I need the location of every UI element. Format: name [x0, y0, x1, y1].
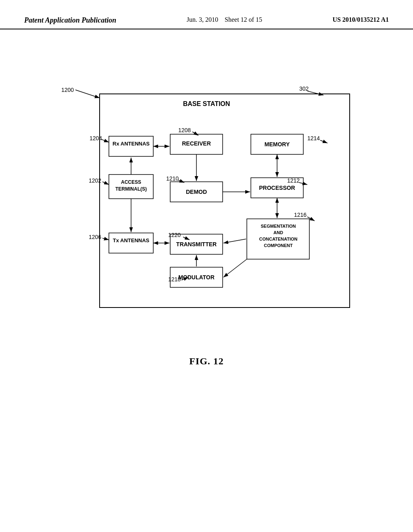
svg-text:302: 302: [299, 85, 309, 92]
svg-text:1206: 1206: [89, 234, 101, 240]
sheet-info: Sheet 12 of 15: [225, 16, 262, 23]
svg-text:MEMORY: MEMORY: [265, 141, 290, 148]
svg-text:1200: 1200: [61, 87, 74, 93]
svg-text:COMPONENT: COMPONENT: [264, 243, 293, 248]
svg-text:RECEIVER: RECEIVER: [182, 140, 211, 147]
svg-line-56: [183, 237, 190, 240]
publication-title: Patent Application Publication: [24, 16, 116, 25]
svg-text:1210: 1210: [166, 175, 179, 182]
svg-text:1204: 1204: [90, 135, 102, 141]
svg-text:CONCATENATION: CONCATENATION: [259, 237, 298, 241]
page-header: Patent Application Publication Jun. 3, 2…: [0, 0, 413, 29]
svg-text:MODULATOR: MODULATOR: [178, 274, 215, 281]
svg-line-66: [223, 259, 247, 277]
svg-line-59: [223, 239, 246, 243]
svg-text:AND: AND: [273, 230, 283, 235]
svg-text:Rx ANTENNAS: Rx ANTENNAS: [113, 141, 150, 147]
svg-line-22: [102, 238, 109, 240]
diagram-area: 1200 302: [0, 29, 413, 352]
svg-line-28: [192, 132, 198, 135]
svg-text:Tx ANTENNAS: Tx ANTENNAS: [113, 237, 150, 243]
header-date-sheet: Jun. 3, 2010 Sheet 12 of 15: [187, 16, 262, 23]
svg-text:ACCESS: ACCESS: [121, 179, 141, 185]
svg-text:1212: 1212: [287, 177, 300, 184]
svg-text:1216: 1216: [294, 212, 307, 218]
svg-text:BASE STATION: BASE STATION: [183, 100, 230, 107]
svg-line-17: [102, 182, 109, 185]
svg-line-13: [102, 139, 109, 142]
svg-line-10: [307, 91, 323, 95]
figure-caption: FIG. 12: [0, 356, 413, 367]
svg-text:1208: 1208: [178, 127, 191, 133]
svg-rect-8: [100, 94, 350, 308]
patent-number: US 2010/0135212 A1: [332, 16, 389, 23]
patent-diagram: 1200 302: [49, 54, 364, 336]
svg-text:TERMINAL(S): TERMINAL(S): [115, 186, 147, 192]
svg-text:DEMOD: DEMOD: [186, 189, 207, 195]
publication-date: Jun. 3, 2010: [187, 16, 218, 23]
svg-text:1202: 1202: [89, 177, 101, 184]
svg-line-1: [75, 90, 100, 98]
svg-text:SEGMENTATION: SEGMENTATION: [261, 224, 296, 229]
svg-text:PROCESSOR: PROCESSOR: [259, 185, 295, 191]
svg-text:TRANSMITTER: TRANSMITTER: [176, 241, 217, 247]
svg-text:1214: 1214: [307, 135, 320, 141]
svg-line-43: [320, 140, 327, 143]
svg-line-33: [178, 180, 184, 183]
